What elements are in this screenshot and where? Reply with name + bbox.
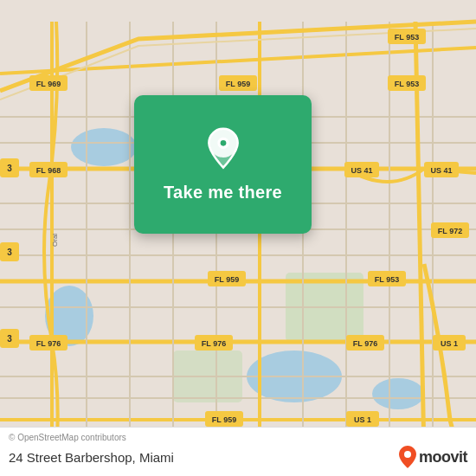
take-me-there-button[interactable]: Take me there [164,183,282,203]
moovit-logo: moovit [398,445,467,469]
map-container: FL 953 FL 969 FL 959 FL 953 FL 968 US 41… [0,0,476,476]
svg-text:FL 959: FL 959 [215,275,239,284]
svg-text:Oral: Oral [51,234,59,247]
svg-text:US 41: US 41 [430,166,452,175]
svg-point-1 [71,128,137,166]
location-pin-icon [202,127,245,170]
svg-text:FL 968: FL 968 [36,166,61,175]
svg-point-4 [372,378,424,409]
svg-text:FL 976: FL 976 [353,339,377,348]
svg-text:3: 3 [7,334,12,344]
moovit-brand-text: moovit [419,448,467,466]
destination-card[interactable]: Take me there [134,95,312,234]
svg-text:FL 953: FL 953 [375,275,399,284]
location-name: 24 Street Barbershop, Miami [9,450,174,465]
bottom-bar: © OpenStreetMap contributors 24 Street B… [0,427,476,476]
svg-text:US 1: US 1 [441,339,458,348]
svg-text:FL 953: FL 953 [395,80,419,88]
svg-text:FL 959: FL 959 [226,80,250,88]
svg-text:US 1: US 1 [354,415,371,424]
svg-text:US 41: US 41 [351,166,372,175]
svg-point-73 [404,451,411,458]
svg-text:FL 976: FL 976 [36,339,61,348]
svg-text:3: 3 [7,248,12,257]
svg-text:FL 972: FL 972 [438,227,462,235]
svg-text:FL 953: FL 953 [395,33,419,42]
svg-point-72 [220,140,226,146]
svg-text:FL 976: FL 976 [202,339,226,348]
moovit-pin-icon [398,445,417,469]
svg-text:FL 959: FL 959 [212,415,236,424]
map-background: FL 953 FL 969 FL 959 FL 953 FL 968 US 41… [0,0,476,476]
svg-text:FL 969: FL 969 [36,80,61,88]
svg-text:3: 3 [7,164,12,173]
osm-attribution: © OpenStreetMap contributors [9,433,467,442]
